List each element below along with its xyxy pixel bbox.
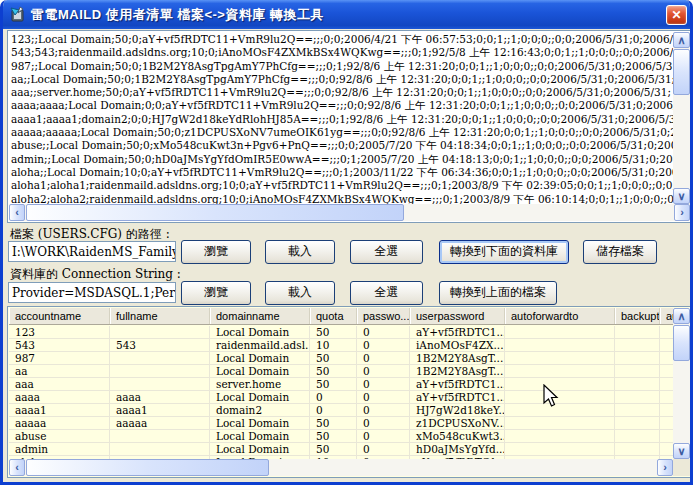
cell-userpassword: xMo548cuKwt3...: [410, 430, 505, 442]
grid-scroll-down-button[interactable]: ∨: [673, 443, 690, 459]
grid-scroll-right-button[interactable]: ›: [657, 459, 673, 476]
app-icon: [9, 6, 26, 23]
file-text-hscroll-thumb[interactable]: [26, 204, 404, 221]
cell-userpassword: aY+vf5fRDTC1...: [410, 378, 505, 390]
cell-accountname: aaaaa: [9, 417, 110, 429]
cell-domainname: Local Domain: [210, 352, 310, 364]
file-line: aloha;;Local Domain;10;0;aY+vf5fRDTC11+V…: [11, 166, 673, 179]
cell-quota: 50: [310, 417, 357, 429]
table-row[interactable]: 543543raidenmaild.adsl...100iAnoMOsF4ZX.…: [9, 339, 673, 352]
cell-domainname: domain2: [210, 404, 310, 416]
cell-au: [660, 443, 673, 455]
cell-au: [660, 352, 673, 364]
file-text-lines[interactable]: 123;;Local Domain;50;0;aY+vf5fRDTC11+VmR…: [9, 32, 673, 204]
column-header-passwo[interactable]: passwo...: [357, 308, 410, 324]
cell-passwo: 0: [357, 365, 410, 377]
cell-userpassword: iAnoMOsF4ZX...: [410, 339, 505, 351]
column-header-domainname[interactable]: domainname: [210, 308, 310, 324]
scroll-right-icon: ›: [680, 206, 684, 218]
file-line: 987;;Local Domain;50;0;1B2M2Y8AsgTpgAmY7…: [11, 60, 673, 73]
close-button[interactable]: ✕: [666, 5, 687, 25]
table-row[interactable]: aaLocal Domain5001B2M2Y8AsgT...: [9, 365, 673, 378]
table-row[interactable]: 123Local Domain500aY+vf5fRDTC1...: [9, 326, 673, 339]
cell-domainname: Local Domain: [210, 430, 310, 442]
db-select-all-button[interactable]: 全選: [350, 281, 423, 305]
cell-accountname: 543: [9, 339, 110, 351]
cell-backupto: [615, 326, 660, 338]
table-row[interactable]: aaaserver.home500aY+vf5fRDTC1...: [9, 378, 673, 391]
cell-quota: 0: [310, 404, 357, 416]
file-line: aloha1;aloha1;raidenmaild.adsldns.org;10…: [11, 179, 673, 192]
table-row[interactable]: abuseLocal Domain500xMo548cuKwt3...: [9, 430, 673, 443]
scroll-left-icon: ‹: [15, 206, 19, 218]
cell-autoforwardto: [505, 443, 615, 455]
connection-string-input[interactable]: [8, 282, 176, 303]
column-header-accountname[interactable]: accountname: [9, 308, 110, 324]
cell-au: [660, 391, 673, 403]
cell-quota: 50: [310, 430, 357, 442]
cell-au: [660, 430, 673, 442]
file-select-all-button[interactable]: 全選: [350, 240, 423, 264]
cell-au: [660, 378, 673, 390]
cell-fullname: aaaa1: [110, 404, 210, 416]
cell-fullname: aaaaa: [110, 417, 210, 429]
user-table[interactable]: accountnamefullnamedomainnamequotapasswo…: [7, 306, 692, 478]
grid-vscroll-thumb[interactable]: [673, 325, 690, 361]
scroll-up-button[interactable]: ∧: [673, 32, 690, 48]
table-row[interactable]: adminLocal Domain500hD0aJMsYgYfd...: [9, 443, 673, 456]
column-header-fullname[interactable]: fullname: [110, 308, 210, 324]
scroll-right-button[interactable]: ›: [674, 204, 690, 221]
cell-accountname: 123: [9, 326, 110, 338]
cell-userpassword: HJ7gW2d18keY...: [410, 404, 505, 416]
db-browse-button[interactable]: 瀏覽: [181, 281, 251, 305]
cell-domainname: Local Domain: [210, 391, 310, 403]
scroll-down-button[interactable]: ∨: [673, 188, 690, 204]
file-load-button[interactable]: 載入: [265, 240, 335, 264]
column-header-userpassword[interactable]: userpassword: [410, 308, 505, 324]
cell-accountname: aaa: [9, 378, 110, 390]
cell-userpassword: aY+vf5fRDTC1...: [410, 391, 505, 403]
file-text-vscroll-thumb[interactable]: [673, 49, 690, 95]
file-line: abuse;;Local Domain;50;0;xMo548cuKwt3n+P…: [11, 139, 673, 152]
table-row[interactable]: aaaaaaaaaaLocal Domain500z1DCPUSXoNV...: [9, 417, 673, 430]
save-file-button[interactable]: 儲存檔案: [583, 240, 657, 264]
column-header-backupto[interactable]: backupto: [615, 308, 660, 324]
cell-fullname: [110, 443, 210, 455]
column-header-au[interactable]: au: [660, 308, 673, 324]
cell-accountname: admin: [9, 443, 110, 455]
grid-scroll-left-button[interactable]: ‹: [9, 459, 25, 476]
db-load-button[interactable]: 載入: [265, 281, 335, 305]
grid-hscrollbar[interactable]: ‹ ›: [9, 459, 673, 476]
file-line: 123;;Local Domain;50;0;aY+vf5fRDTC11+VmR…: [11, 33, 673, 46]
table-row[interactable]: 987Local Domain5001B2M2Y8AsgT...: [9, 352, 673, 365]
column-header-autoforwardto[interactable]: autoforwardto: [505, 308, 615, 324]
grid-vscrollbar[interactable]: ∧ ∨: [673, 308, 690, 459]
grid-header: accountnamefullnamedomainnamequotapasswo…: [9, 308, 673, 325]
cell-domainname: Local Domain: [210, 443, 310, 455]
file-browse-button[interactable]: 瀏覽: [181, 240, 251, 264]
column-header-quota[interactable]: quota: [310, 308, 357, 324]
convert-to-database-button[interactable]: 轉換到下面的資料庫: [439, 240, 569, 264]
cell-accountname: abuse: [9, 430, 110, 442]
grid-scroll-up-button[interactable]: ∧: [673, 308, 690, 324]
table-row[interactable]: aaaa1aaaa1domain200HJ7gW2d18keY...: [9, 404, 673, 417]
scroll-up-icon: ∧: [677, 310, 685, 322]
file-text-hscrollbar[interactable]: ‹ ›: [9, 204, 690, 221]
cell-userpassword: aY+vf5fRDTC1...: [410, 326, 505, 338]
file-text-vscrollbar[interactable]: ∧ ∨: [673, 32, 690, 204]
convert-to-file-button[interactable]: 轉換到上面的檔案: [439, 281, 557, 305]
scroll-left-button[interactable]: ‹: [9, 204, 25, 221]
cell-accountname: aaaa: [9, 391, 110, 403]
grid-hscroll-thumb[interactable]: [26, 459, 269, 476]
cell-quota: 50: [310, 326, 357, 338]
file-path-input[interactable]: [8, 241, 176, 262]
cell-backupto: [615, 417, 660, 429]
table-row[interactable]: aaaaaaaaLocal Domain00aY+vf5fRDTC1...: [9, 391, 673, 404]
scroll-down-icon: ∨: [677, 190, 685, 202]
scroll-left-icon: ‹: [15, 461, 19, 473]
file-line: admin;;Local Domain;50;0;hD0aJMsYgYfdOmI…: [11, 153, 673, 166]
file-text-area[interactable]: 123;;Local Domain;50;0;aY+vf5fRDTC11+VmR…: [7, 30, 692, 223]
cell-backupto: [615, 378, 660, 390]
cell-autoforwardto: [505, 339, 615, 351]
cell-autoforwardto: [505, 326, 615, 338]
